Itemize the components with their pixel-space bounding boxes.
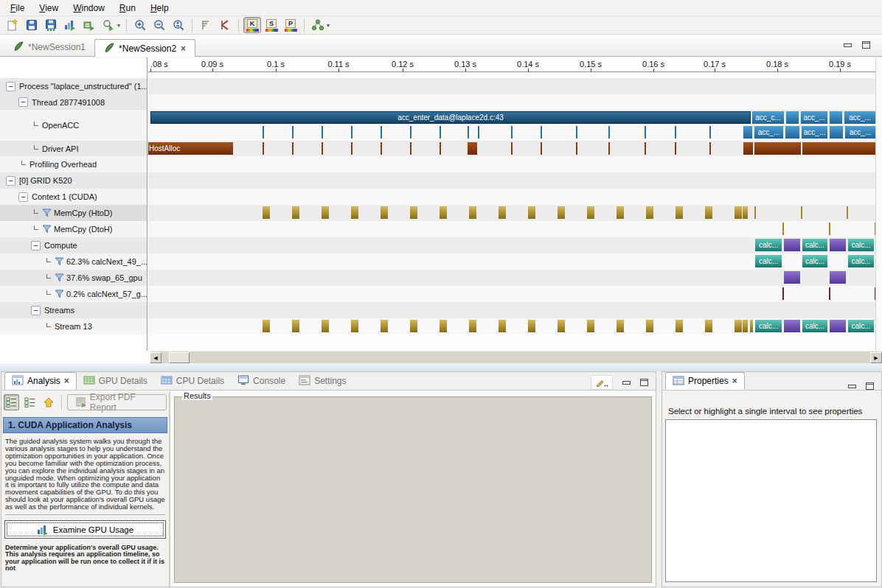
timeline-interval[interactable] — [576, 142, 577, 155]
timeline-interval[interactable] — [587, 320, 594, 332]
dropdown-caret-icon[interactable]: ▾ — [117, 22, 120, 29]
interval-calc[interactable]: calc... — [802, 255, 828, 267]
timeline-interval[interactable] — [754, 206, 756, 219]
interval-calc[interactable]: calc... — [847, 239, 875, 251]
tree-row-calcnext-49[interactable]: 62.3% calcNext_49_... — [0, 253, 147, 270]
tree-row-context-1-cuda[interactable]: −Context 1 (CUDA) — [0, 189, 147, 205]
interval-calc[interactable]: calc... — [847, 320, 875, 332]
minimize-icon[interactable] — [622, 381, 631, 385]
timeline-interval[interactable] — [381, 320, 388, 332]
timeline-interval[interactable] — [830, 320, 846, 332]
timeline-interval[interactable] — [351, 206, 358, 219]
timeline-interval[interactable] — [558, 206, 565, 219]
unguided-analysis-list-icon[interactable] — [22, 394, 38, 410]
collapse-expander-icon[interactable]: − — [31, 306, 41, 315]
timeline-interval[interactable] — [829, 287, 830, 300]
tab-console[interactable]: Console — [231, 372, 292, 390]
interval-acc-c[interactable]: acc_c... — [751, 111, 785, 124]
menu-help[interactable]: Help — [143, 1, 176, 15]
scrollbar-thumb[interactable] — [169, 352, 190, 363]
timeline-interval[interactable] — [440, 320, 447, 332]
filter-funnel-icon[interactable] — [55, 273, 64, 284]
timeline-interval[interactable] — [754, 142, 801, 155]
save-icon[interactable] — [23, 17, 41, 33]
filter-funnel-icon[interactable] — [42, 209, 52, 219]
minimize-icon[interactable] — [844, 43, 852, 47]
process-colors-icon[interactable]: P — [282, 17, 299, 33]
timeline-interval[interactable] — [830, 271, 846, 284]
timeline-interval[interactable] — [292, 320, 299, 332]
menu-window[interactable]: Window — [66, 1, 112, 15]
timeline-interval[interactable] — [322, 126, 323, 139]
timeline-interval[interactable] — [802, 142, 875, 155]
tree-row-openacc[interactable]: OpenACC — [0, 110, 147, 141]
back-up-icon[interactable] — [41, 394, 56, 410]
timeline-interval[interactable] — [440, 206, 447, 219]
timeline-interval[interactable] — [705, 320, 712, 332]
timeline-interval[interactable] — [676, 206, 683, 219]
menu-view[interactable]: View — [32, 1, 66, 15]
timeline-interval[interactable] — [784, 239, 800, 251]
timeline-interval[interactable] — [263, 142, 264, 155]
scroll-left-icon[interactable]: ◀ — [150, 352, 162, 363]
timeline-interval[interactable] — [743, 206, 748, 219]
interval-hostalloc[interactable]: HostAlloc — [148, 142, 233, 155]
timeline-interval[interactable] — [743, 126, 753, 139]
close-icon[interactable]: × — [732, 376, 737, 386]
source-search-icon[interactable] — [100, 17, 117, 33]
interval-calc[interactable]: calc... — [802, 320, 828, 332]
timeline-interval[interactable] — [410, 126, 412, 139]
timeline-interval[interactable] — [511, 142, 513, 155]
interval-calc[interactable]: calc... — [754, 320, 782, 332]
timeline-interval[interactable] — [608, 126, 610, 139]
stream-colors-icon[interactable]: S — [263, 17, 280, 33]
timeline-interval[interactable] — [750, 320, 753, 332]
timeline-interval[interactable] — [541, 126, 542, 139]
timeline-interval[interactable] — [322, 142, 323, 155]
timeline-interval[interactable] — [576, 126, 577, 139]
timeline-interval[interactable] — [743, 320, 748, 332]
timeline-interval[interactable] — [782, 287, 784, 300]
close-icon[interactable]: × — [181, 43, 186, 54]
horizontal-scrollbar[interactable]: ◀ ▶ — [150, 351, 882, 363]
timeline-interval[interactable] — [468, 142, 477, 155]
timeline-interval[interactable] — [322, 320, 329, 332]
timeline-interval[interactable] — [782, 223, 784, 235]
timeline-interval[interactable] — [528, 206, 535, 219]
next-marker-icon[interactable] — [216, 17, 234, 33]
timeline-interval[interactable] — [784, 271, 800, 284]
timeline-interval[interactable] — [675, 142, 676, 155]
timeline-interval[interactable] — [263, 320, 270, 332]
view-menu-pencil-icon[interactable] — [591, 375, 613, 390]
tree-row-driver-api[interactable]: Driver API — [0, 141, 147, 156]
timeline-interval[interactable] — [410, 206, 417, 219]
save-all-icon[interactable] — [42, 17, 60, 33]
collapse-expander-icon[interactable]: − — [31, 241, 41, 251]
tree-row-profiling-overhead[interactable]: Profiling Overhead — [0, 156, 147, 172]
filter-funnel-icon[interactable] — [42, 225, 52, 235]
zoom-in-icon[interactable] — [131, 17, 149, 33]
timeline-interval[interactable] — [709, 126, 711, 139]
timeline-interval[interactable] — [675, 126, 676, 139]
timeline-interval[interactable] — [322, 206, 329, 219]
tree-row-memcpy-dtoh[interactable]: MemCpy (DtoH) — [0, 221, 147, 237]
guided-analysis-list-icon[interactable] — [4, 394, 19, 410]
timeline-interval[interactable] — [351, 320, 358, 332]
timeline-interval[interactable] — [440, 126, 441, 139]
filter-funnel-icon[interactable] — [55, 257, 64, 267]
timeline-interval[interactable] — [735, 206, 742, 219]
vertical-scrollbar[interactable] — [875, 57, 882, 351]
menu-run[interactable]: Run — [112, 1, 143, 15]
timeline-interval[interactable] — [617, 206, 624, 219]
collapse-expander-icon[interactable]: − — [6, 176, 15, 186]
tab-settings[interactable]: Settings — [292, 372, 353, 390]
interval-acc[interactable]: acc_... — [754, 126, 784, 139]
timeline-interval[interactable] — [829, 126, 844, 139]
kernel-colors-icon[interactable]: K — [243, 17, 261, 33]
tree-row-process[interactable]: −Process "laplace_unstructured" (1... — [0, 78, 147, 94]
minimize-icon[interactable] — [848, 385, 856, 388]
zoom-out-icon[interactable] — [150, 17, 168, 33]
timeline-interval[interactable] — [587, 206, 594, 219]
tree-row-calcnext-57[interactable]: 0.2% calcNext_57_g... — [0, 286, 147, 302]
zoom-fit-icon[interactable] — [170, 17, 187, 33]
